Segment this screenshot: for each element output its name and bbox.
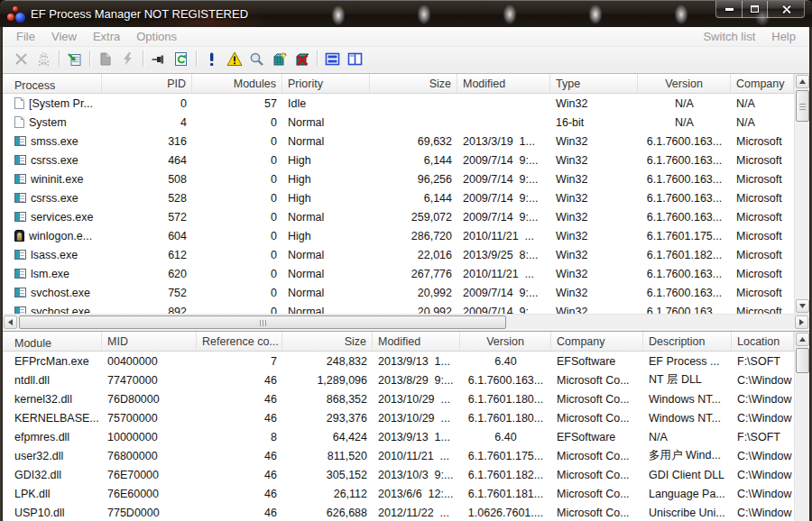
process-row[interactable]: [System Pr...057IdleWin32N/AN/A xyxy=(3,94,794,113)
cell-text: System xyxy=(29,116,67,129)
scrollbar-thumb[interactable] xyxy=(796,90,809,122)
scrollbar-thumb[interactable] xyxy=(796,348,809,373)
document-icon[interactable] xyxy=(94,49,116,69)
cell-text: Win32 xyxy=(550,192,638,205)
close-button[interactable] xyxy=(767,1,805,18)
cell-text: F:\SOFT xyxy=(732,431,794,443)
cell-text: Microsoft xyxy=(731,268,794,280)
close-x-icon[interactable] xyxy=(10,49,32,69)
cell-text: user32.dll xyxy=(3,450,102,462)
kill-process-icon[interactable] xyxy=(32,49,55,69)
column-header[interactable]: MID xyxy=(102,332,197,351)
process-horizontal-scrollbar[interactable] xyxy=(3,314,809,329)
cell-text: 0 xyxy=(192,173,282,186)
cell-text: Microsoft Co... xyxy=(551,488,643,500)
menu-view[interactable]: View xyxy=(43,28,85,45)
cell-text: 464 xyxy=(102,154,192,167)
process-row[interactable]: System40Normal16-bitN/AN/A xyxy=(3,113,794,132)
scroll-left-icon[interactable] xyxy=(4,315,17,329)
titlebar[interactable]: EF Process Manager NOT REGISTERED xyxy=(0,0,812,27)
column-header[interactable]: Size xyxy=(282,332,373,351)
column-header[interactable]: Description xyxy=(643,332,732,351)
column-header[interactable]: Priority xyxy=(282,74,370,93)
process-row[interactable]: svchost.exe8920Normal20,9922009/7/14 9:.… xyxy=(3,302,794,314)
process-row[interactable]: smss.exe3160Normal69,6322013/3/19 1...Wi… xyxy=(3,132,794,151)
column-header[interactable]: Size xyxy=(370,74,457,93)
module-vertical-scrollbar[interactable] xyxy=(794,332,809,521)
cell-text: 20,992 xyxy=(370,306,457,315)
process-row[interactable]: winlogon.e...6040High286,7202010/11/21 .… xyxy=(3,226,794,245)
cell-text: wininit.exe xyxy=(31,173,83,186)
module-row[interactable]: EFPrcMan.exe004000007248,8322013/9/13 1.… xyxy=(3,352,794,370)
process-row[interactable]: wininit.exe5080High96,2562009/7/14 9:...… xyxy=(3,169,794,188)
module-row[interactable]: KERNELBASE...7570000046293,3762013/10/29… xyxy=(3,408,794,427)
process-row[interactable]: lsm.exe6200Normal267,7762010/11/21 ...Wi… xyxy=(3,264,794,283)
maximize-button[interactable] xyxy=(742,1,768,18)
cell-text: 6.1.7601.182... xyxy=(638,249,731,261)
cell-text: 76E60000 xyxy=(102,488,197,500)
column-header[interactable]: Version xyxy=(460,332,551,351)
cell-text: 46 xyxy=(197,488,282,500)
column-header[interactable]: Version xyxy=(638,74,731,93)
menu-help[interactable]: Help xyxy=(763,28,804,45)
scroll-right-icon[interactable] xyxy=(795,315,808,329)
minimize-button[interactable] xyxy=(715,1,743,18)
refresh-icon[interactable] xyxy=(170,49,192,69)
menu-extra[interactable]: Extra xyxy=(85,28,128,45)
app-window-icon xyxy=(14,306,26,314)
cell-text: 6.1.7601.180... xyxy=(460,393,551,406)
warning-icon[interactable] xyxy=(223,49,245,69)
cell-text: 6.40 xyxy=(460,431,551,443)
menu-options[interactable]: Options xyxy=(128,28,185,45)
column-header[interactable]: Modified xyxy=(457,74,550,93)
process-row[interactable]: svchost.exe7520Normal20,9922009/7/14 9:.… xyxy=(3,283,794,302)
column-header[interactable]: Modified xyxy=(373,332,460,351)
column-header[interactable]: Company xyxy=(731,74,794,93)
split-horizontal-icon[interactable] xyxy=(321,49,344,69)
exclamation-icon[interactable] xyxy=(200,49,223,69)
module-row[interactable]: USP10.dll775D000046626,6882012/11/22 ...… xyxy=(3,503,794,521)
process-vertical-scrollbar[interactable] xyxy=(794,74,809,314)
column-header[interactable]: Reference co... xyxy=(197,332,282,351)
module-row[interactable]: efpmres.dll10000000864,4242013/9/13 1...… xyxy=(3,427,794,446)
pin-icon[interactable] xyxy=(147,49,170,69)
column-header[interactable]: Modules xyxy=(192,74,282,93)
module-row[interactable]: LPK.dll76E600004626,1122013/6/6 12:...6.… xyxy=(3,484,794,503)
scroll-up-icon[interactable] xyxy=(796,333,809,346)
scrollbar-thumb[interactable] xyxy=(19,315,506,329)
column-header[interactable]: Module xyxy=(3,332,102,351)
cell-text: 77470000 xyxy=(102,374,197,387)
cell-text: Normal xyxy=(282,287,370,299)
column-header[interactable]: Type xyxy=(550,74,638,93)
cell-text: High xyxy=(282,173,370,186)
export-report-icon[interactable] xyxy=(63,49,86,69)
cell-text: 0 xyxy=(192,116,282,129)
module-row[interactable]: GDI32.dll76E7000046305,1522013/10/3 9:..… xyxy=(3,465,794,484)
column-header[interactable]: Company xyxy=(551,332,643,351)
search-icon[interactable] xyxy=(245,49,268,69)
cell-text: 6.1.7600.163... xyxy=(638,211,731,224)
scroll-down-icon[interactable] xyxy=(796,299,809,313)
remove-module-icon[interactable] xyxy=(291,49,313,69)
lightning-icon[interactable] xyxy=(116,49,139,69)
add-module-icon[interactable] xyxy=(268,49,291,69)
cell-text: KERNELBASE... xyxy=(3,412,102,425)
process-row[interactable]: lsass.exe6120Normal22,0162013/9/25 8:...… xyxy=(3,245,794,264)
minimize-icon xyxy=(725,8,734,11)
module-row[interactable]: kernel32.dll76D8000046868,3522013/10/29 … xyxy=(3,389,794,408)
process-row[interactable]: csrss.exe5280High6,1442009/7/14 9:...Win… xyxy=(3,188,794,207)
process-row[interactable]: services.exe5720Normal259,0722009/7/14 9… xyxy=(3,207,794,226)
module-row[interactable]: user32.dll7680000046811,5202010/11/21 ..… xyxy=(3,446,794,465)
process-row[interactable]: csrss.exe4640High6,1442009/7/14 9:...Win… xyxy=(3,151,794,169)
column-header[interactable]: Process xyxy=(3,74,102,93)
module-row[interactable]: ntdll.dll77470000461,289,0962013/8/29 9:… xyxy=(3,370,794,389)
scroll-up-icon[interactable] xyxy=(796,75,809,88)
menu-switch-list[interactable]: Switch list xyxy=(695,28,763,45)
column-header[interactable]: Location xyxy=(732,332,794,351)
cell-text: 22,016 xyxy=(370,249,457,261)
split-vertical-icon[interactable] xyxy=(344,49,366,69)
column-header[interactable]: PID xyxy=(102,74,192,93)
app-logo-icon xyxy=(7,5,25,23)
cell-text: NT 层 DLL xyxy=(643,372,732,388)
menu-file[interactable]: File xyxy=(8,28,43,45)
